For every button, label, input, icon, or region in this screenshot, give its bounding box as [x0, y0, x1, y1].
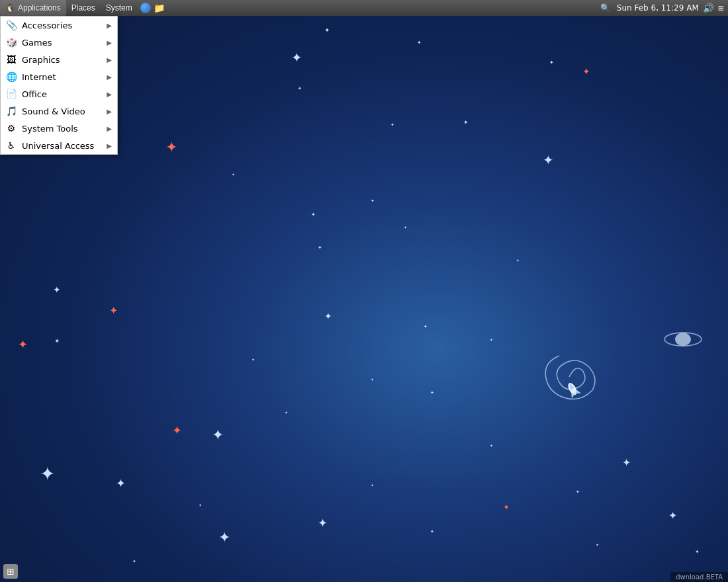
internet-icon: 🌐 — [6, 71, 17, 82]
star: ✦ — [596, 542, 599, 547]
star: ✦ — [53, 284, 61, 295]
graphics-label: Graphics — [22, 55, 101, 65]
accessories-icon: 📎 — [6, 20, 17, 30]
applications-menu-button[interactable]: 🐧 Applications — [0, 0, 66, 16]
sound_video-label: Sound & Video — [22, 106, 101, 116]
star: ✦ — [212, 427, 224, 443]
star: ✦ — [109, 304, 118, 317]
star: ✦ — [390, 122, 394, 128]
star: ✦ — [371, 377, 374, 382]
star: ✦ — [291, 50, 302, 65]
star: ✦ — [430, 529, 434, 534]
watermark-label: dwnload.BETA — [676, 573, 723, 581]
star: ✦ — [695, 549, 700, 555]
star: ✦ — [232, 172, 235, 177]
spiral-rocket-decoration — [529, 344, 609, 410]
graphics-arrow-icon: ▶ — [107, 56, 112, 63]
office-icon: 📄 — [6, 89, 17, 99]
star: ✦ — [371, 483, 374, 487]
applications-menu: 📎Accessories▶🎲Games▶🖼Graphics▶🌐Internet▶… — [0, 16, 118, 155]
star: ✦ — [318, 516, 328, 530]
taskbar: 🐧 Applications Places System 📁 🔍 Sun Feb… — [0, 0, 728, 16]
network-icon[interactable]: ⊞ — [718, 4, 724, 13]
star: ✦ — [490, 443, 493, 448]
menu-item-internet[interactable]: 🌐Internet▶ — [1, 68, 117, 85]
search-taskbar-icon[interactable]: 🔍 — [600, 3, 610, 13]
taskbar-globe-icon[interactable] — [140, 3, 151, 13]
star: ✦ — [40, 463, 55, 485]
star: ✦ — [324, 26, 330, 34]
svg-point-5 — [675, 333, 691, 346]
bottom-left-desktop-icon[interactable]: ⊞ — [3, 564, 18, 579]
menu-item-games[interactable]: 🎲Games▶ — [1, 34, 117, 51]
star: ✦ — [311, 212, 316, 218]
star: ✦ — [424, 324, 428, 329]
menu-item-office[interactable]: 📄Office▶ — [1, 85, 117, 103]
system_tools-icon: ⚙ — [6, 123, 17, 134]
graphics-icon: 🖼 — [6, 54, 17, 65]
taskbar-system-icons: 🔍 — [600, 3, 610, 13]
star: ✦ — [251, 357, 255, 362]
star: ✦ — [324, 311, 332, 321]
accessories-label: Accessories — [22, 21, 101, 30]
star: ✦ — [404, 225, 407, 229]
star: ✦ — [576, 489, 580, 495]
star: ✦ — [516, 258, 520, 263]
star: ✦ — [172, 423, 182, 437]
internet-label: Internet — [22, 72, 101, 82]
places-menu-button[interactable]: Places — [66, 0, 101, 16]
globe-icon — [140, 3, 151, 13]
star: ✦ — [371, 198, 375, 204]
taskbar-folder-icon[interactable]: 📁 — [154, 3, 165, 13]
taskbar-right: 🔍 Sun Feb 6, 11:29 AM 🔊 ⊞ — [600, 3, 728, 13]
star: ✦ — [298, 86, 302, 91]
star: ✦ — [218, 529, 230, 546]
menu-item-accessories[interactable]: 📎Accessories▶ — [1, 17, 117, 34]
internet-arrow-icon: ▶ — [107, 73, 112, 81]
star: ✦ — [199, 503, 202, 507]
places-label: Places — [71, 3, 95, 13]
planet-saturn — [662, 327, 705, 351]
applications-icon: 🐧 — [5, 3, 15, 13]
star: ✦ — [165, 139, 177, 155]
star: ✦ — [18, 337, 28, 351]
menu-item-universal_access[interactable]: ♿Universal Access▶ — [1, 137, 117, 154]
star: ✦ — [490, 337, 493, 342]
universal_access-label: Universal Access — [22, 141, 101, 151]
star: ✦ — [417, 40, 422, 46]
office-arrow-icon: ▶ — [107, 91, 112, 98]
games-icon: 🎲 — [6, 37, 17, 48]
office-label: Office — [22, 89, 101, 99]
watermark-bar: dwnload.BETA — [670, 572, 728, 582]
datetime-label: Sun Feb 6, 11:29 AM — [617, 3, 699, 13]
star: ✦ — [318, 245, 322, 251]
system_tools-label: System Tools — [22, 124, 101, 134]
star: ✦ — [549, 60, 554, 65]
menu-item-graphics[interactable]: 🖼Graphics▶ — [1, 51, 117, 68]
taskbar-left: 🐧 Applications Places System 📁 — [0, 0, 165, 16]
universal_access-icon: ♿ — [6, 140, 17, 151]
accessories-arrow-icon: ▶ — [107, 22, 112, 29]
folder-icon: 📁 — [154, 3, 165, 13]
system_tools-arrow-icon: ▶ — [107, 125, 112, 132]
star: ✦ — [285, 410, 288, 415]
universal_access-arrow-icon: ▶ — [107, 142, 112, 149]
star: ✦ — [116, 476, 126, 490]
menu-item-system_tools[interactable]: ⚙System Tools▶ — [1, 120, 117, 137]
star: ✦ — [54, 337, 60, 345]
star: ✦ — [668, 509, 677, 522]
star: ✦ — [430, 390, 434, 395]
star: ✦ — [463, 119, 469, 126]
menu-item-sound_video[interactable]: 🎵Sound & Video▶ — [1, 103, 117, 120]
volume-icon[interactable]: 🔊 — [703, 3, 714, 13]
star: ✦ — [582, 66, 590, 77]
star: ✦ — [543, 152, 554, 168]
games-label: Games — [22, 38, 101, 48]
star: ✦ — [503, 503, 510, 512]
games-arrow-icon: ▶ — [107, 39, 112, 46]
sound_video-icon: 🎵 — [6, 106, 17, 116]
system-menu-button[interactable]: System — [101, 0, 138, 16]
star: ✦ — [622, 456, 631, 469]
applications-label: Applications — [18, 3, 61, 13]
sound_video-arrow-icon: ▶ — [107, 108, 112, 115]
